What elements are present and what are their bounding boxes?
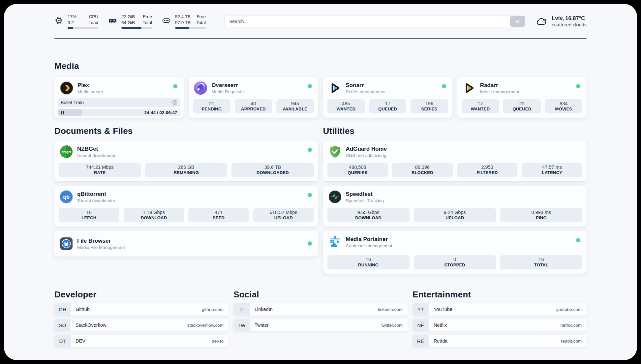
speedtest-icon [328,190,342,203]
section-title-social: Social [233,289,408,300]
bookmarks-developer: Developer GH Github github.com SO StackO… [54,289,229,347]
app-title: Sonarr [346,82,386,89]
sonarr-card[interactable]: Sonarr Series management 485 WANTED 17 Q… [323,77,452,118]
app-title: Overseerr [211,82,244,89]
speedtest-card[interactable]: Speedtest Speedtest Tracking 9.65 Gbps D… [323,186,587,227]
disk-labels: Free Total [196,14,206,25]
memory-stat: 22 GiB 64 GiB Free Total [108,14,152,29]
stat-row: 744.21 Mbps RATE 266 GB REMAINING 39.6 T… [59,163,314,177]
memory-progress-bar [121,27,152,29]
status-dot [308,193,312,197]
nzbget-card[interactable]: nzbget NZBGet Usenet downloader 744.21 M… [54,140,318,181]
app-desc: DNS and adblocking [346,153,387,158]
bookmark-name: StackOverflow [76,322,106,328]
stat-pill: 9.24 Gbps UPLOAD [414,208,496,223]
search-bar: G [224,15,526,27]
bookmark-name: LinkedIn [255,307,273,312]
google-search-button[interactable]: G [510,16,525,27]
app-title: AdGuard Home [346,145,387,152]
plex-card[interactable]: Plex Media server Bullet Train 24:44 / 0… [54,77,184,118]
bookmark-abbr-badge: LI [233,303,250,316]
bookmarks-entertainment: Entertainment YT YouTube youtube.com NF … [412,289,587,347]
bookmark-row-youtube[interactable]: YT YouTube youtube.com [412,303,587,316]
app-desc: Movie management [480,89,519,95]
qbittorrent-card[interactable]: qb qBittorrent Torrent downloader 16 LEE… [54,186,318,227]
filebrowser-card[interactable]: File Browser Media File Management [54,231,318,257]
svg-text:nzbget: nzbget [62,150,71,154]
nzbget-icon: nzbget [60,145,73,158]
app-title: Radarr [480,82,519,89]
bookmark-abbr-badge: YT [412,303,429,316]
bookmark-abbr-badge: SO [54,319,71,331]
bookmark-url: twitter.com [381,323,403,328]
bookmark-row-github[interactable]: GH Github github.com [54,303,229,316]
stat-pill: 39.6 TB DOWNLOADED [231,163,314,177]
header-divider [54,38,587,39]
bookmark-name: YouTube [434,307,452,312]
bookmark-url: dev.to [212,339,224,344]
playback-progress-bar: 24:44 / 02:06:47 [58,109,180,116]
bookmark-row-twitter[interactable]: TW Twitter twitter.com [233,319,408,331]
bookmark-abbr-badge: RE [412,335,429,347]
app-title: qBittorrent [77,191,115,197]
bookmark-row-reddit[interactable]: RE Reddit reddit.com [412,335,587,347]
stat-pill: 266 GB REMAINING [145,163,227,177]
stat-row: 16 LEECH 1.19 Gbps DOWNLOAD 471 SEED 6 [59,208,314,223]
filebrowser-icon [60,237,73,250]
stat-pill: 47.57 ms LATENCY [522,163,582,177]
status-dot [576,238,580,242]
bookmark-name: DEV [76,338,85,344]
portainer-icon [328,235,342,249]
app-desc: Media server [77,89,103,95]
bookmark-row-stackoverflow[interactable]: SO StackOverflow stackoverflow.com [54,319,229,331]
overseerr-icon [194,81,207,95]
utilities-column: Utilities [323,126,587,274]
app-desc: Series management [346,89,386,95]
stat-pill: 471 SEED [188,208,249,223]
pause-button[interactable] [61,111,64,114]
search-input[interactable] [224,15,526,27]
portainer-card[interactable]: Media Portainer Container management 16 … [323,231,587,274]
qbittorrent-icon: qb [60,190,73,203]
bookmark-name: Twitter [255,322,269,328]
stat-pill: 17 QUEUED [369,99,406,114]
radarr-icon [463,81,476,95]
bookmark-url: netflix.com [560,323,582,328]
dashboard-page: 17% 3.2 CPU Load [4,4,637,360]
stat-pill: 16 TOTAL [500,255,582,270]
status-dot [576,84,580,88]
stat-pill: 2,953 FILTERED [457,163,518,177]
weather-location: Lviv, 16.87°C [552,15,587,22]
status-dot [308,148,312,152]
stat-row: 9.65 Gbps DOWNLOAD 9.24 Gbps UPLOAD 0.99… [327,208,583,223]
stat-pill: 498,508 QUERIES [327,163,388,177]
sonarr-icon [328,81,342,95]
disk-progress-bar [175,27,206,29]
bookmark-row-linkedin[interactable]: LI LinkedIn linkedin.com [233,303,408,316]
weather-condition: scattered clouds [552,22,587,28]
stat-pill: 22 QUEUED [503,99,540,114]
bookmark-row-dev[interactable]: DT DEV dev.to [54,335,229,347]
section-title-utilities: Utilities [323,126,587,136]
section-title-media: Media [54,61,587,71]
bookmark-url: reddit.com [561,339,582,344]
status-dot [308,241,312,246]
top-bar: 17% 3.2 CPU Load [54,14,587,29]
app-title: Speedtest [346,191,384,197]
stat-pill: 16 LEECH [59,208,119,223]
status-dot [308,84,312,88]
bookmark-row-netflix[interactable]: NF Netflix netflix.com [412,319,587,331]
radarr-card[interactable]: Radarr Movie management 17 WANTED 22 QUE… [457,77,587,118]
adguard-card[interactable]: AdGuard Home DNS and adblocking 498,508 … [323,140,587,181]
stat-pill: 21 PENDING [193,99,230,114]
overseerr-card[interactable]: Overseerr Media Requests 21 PENDING 40 A… [189,77,318,118]
disk-values: 52.4 TB 97.9 TB [175,14,191,25]
bookmark-abbr-badge: GH [54,303,71,316]
ram-icon [108,16,117,25]
section-title-entertainment: Entertainment [412,289,587,300]
cpu-labels: CPU Load [88,14,98,25]
bookmark-abbr-badge: TW [233,319,250,331]
stat-pill: 744.21 Mbps RATE [59,163,141,177]
playback-time: 24:44 / 02:06:47 [144,110,177,115]
stat-row: 485 WANTED 17 QUEUED 196 SERIES [327,99,448,114]
